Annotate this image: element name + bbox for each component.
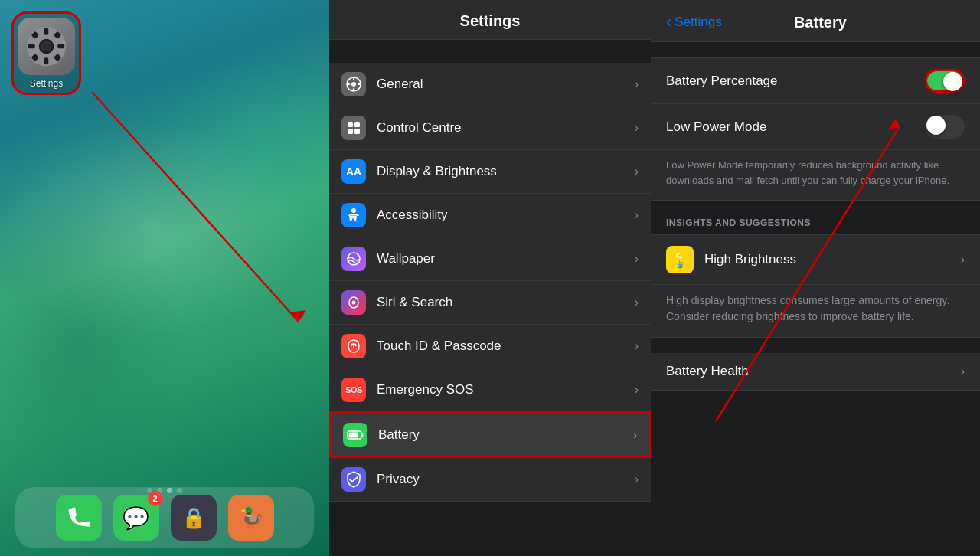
low-power-toggle-knob — [926, 116, 946, 135]
svg-rect-20 — [358, 83, 361, 85]
low-power-mode-toggle[interactable] — [925, 115, 965, 139]
battery-detail-content: Battery Percentage Low Power Mode Low Po… — [651, 42, 980, 556]
svg-rect-22 — [354, 122, 360, 127]
display-label: Display & Brightness — [377, 164, 635, 179]
settings-item-display[interactable]: AA Display & Brightness › — [329, 150, 651, 194]
display-icon: AA — [341, 159, 366, 184]
battery-detail-header: ‹ Settings Battery — [651, 0, 980, 42]
settings-item-general[interactable]: General › — [329, 63, 651, 106]
svg-point-28 — [352, 301, 356, 305]
high-brightness-chevron: › — [961, 253, 965, 267]
siri-icon — [341, 290, 366, 315]
battery-icon — [343, 423, 368, 447]
settings-list: General › Control Centre › AA Display & … — [329, 40, 651, 556]
dock: 💬 2 🔒 🦆 — [15, 487, 314, 548]
svg-rect-19 — [347, 83, 350, 85]
svg-rect-21 — [348, 122, 353, 127]
svg-rect-3 — [44, 28, 49, 35]
accessibility-chevron: › — [635, 208, 639, 222]
battery-percentage-toggle[interactable] — [925, 69, 965, 93]
battery-health-row[interactable]: Battery Health › — [651, 338, 980, 391]
privacy-chevron: › — [635, 473, 639, 486]
settings-item-battery[interactable]: Battery › — [329, 412, 651, 458]
back-button[interactable]: ‹ Settings — [666, 12, 722, 32]
insights-header: INSIGHTS AND SUGGESTIONS — [651, 201, 980, 234]
back-chevron-icon: ‹ — [666, 12, 671, 32]
settings-item-sos[interactable]: SOS Emergency SOS › — [329, 368, 651, 412]
battery-health-label: Battery Health — [666, 364, 961, 379]
settings-app-icon-container[interactable]: Settings — [11, 11, 81, 95]
svg-rect-24 — [354, 129, 360, 134]
settings-panel: Settings General › — [329, 0, 651, 556]
wallpaper-label: Wallpaper — [377, 251, 635, 267]
toggle-knob — [943, 72, 962, 91]
low-power-mode-row: Low Power Mode — [651, 104, 980, 150]
accessibility-icon — [341, 203, 366, 227]
high-brightness-description: High display brightness consumes large a… — [651, 285, 980, 338]
touchid-icon — [341, 334, 366, 358]
home-screen: Settings 💬 2 🔒 🦆 — [0, 0, 329, 556]
settings-app-label: Settings — [30, 78, 63, 89]
privacy-icon — [341, 467, 366, 492]
dock-secure-icon[interactable]: 🔒 — [171, 495, 217, 541]
battery-detail-title: Battery — [722, 14, 919, 31]
svg-rect-4 — [44, 57, 49, 64]
general-label: General — [377, 77, 635, 92]
svg-rect-30 — [361, 433, 364, 437]
settings-item-accessibility[interactable]: Accessibility › — [329, 194, 651, 237]
dock-duck-icon[interactable]: 🦆 — [228, 495, 274, 541]
wallpaper-icon — [341, 247, 366, 271]
high-brightness-icon: 💡 — [666, 246, 694, 273]
high-brightness-desc-text: High display brightness consumes large a… — [666, 294, 949, 322]
dock-phone-icon[interactable] — [56, 495, 102, 541]
settings-item-touchid[interactable]: Touch ID & Passcode › — [329, 325, 651, 368]
svg-rect-17 — [353, 77, 354, 80]
control-centre-label: Control Centre — [377, 120, 635, 136]
svg-rect-23 — [348, 129, 353, 134]
display-chevron: › — [635, 165, 639, 178]
siri-label: Siri & Search — [377, 295, 635, 310]
general-chevron: › — [635, 77, 639, 91]
settings-item-privacy[interactable]: Privacy › — [329, 458, 651, 502]
svg-rect-31 — [349, 433, 358, 438]
sos-label: Emergency SOS — [377, 382, 635, 397]
high-brightness-row[interactable]: 💡 High Brightness › — [651, 234, 980, 285]
wallpaper-chevron: › — [635, 252, 639, 266]
touchid-label: Touch ID & Passcode — [377, 339, 635, 354]
messages-badge: 2 — [148, 491, 163, 506]
sos-icon: SOS — [341, 378, 366, 402]
battery-chevron: › — [633, 428, 637, 442]
spacer-top — [329, 40, 651, 63]
settings-item-wallpaper[interactable]: Wallpaper › — [329, 237, 651, 281]
general-icon — [341, 72, 366, 96]
control-centre-icon — [341, 116, 366, 140]
gear-icon — [25, 25, 67, 67]
svg-rect-5 — [28, 44, 35, 49]
svg-point-25 — [351, 208, 356, 213]
svg-rect-6 — [57, 44, 64, 49]
battery-percentage-label: Battery Percentage — [666, 74, 925, 89]
phone-icon — [67, 505, 91, 530]
settings-title: Settings — [460, 12, 521, 29]
back-label: Settings — [675, 15, 721, 30]
siri-chevron: › — [635, 296, 639, 309]
dock-messages-icon[interactable]: 💬 2 — [113, 495, 159, 541]
control-centre-chevron: › — [635, 121, 639, 135]
sos-chevron: › — [635, 383, 639, 397]
low-power-desc-text: Low Power Mode temporarily reduces backg… — [666, 159, 949, 186]
settings-item-siri[interactable]: Siri & Search › — [329, 281, 651, 325]
svg-point-16 — [351, 82, 356, 87]
privacy-label: Privacy — [377, 472, 635, 487]
settings-app-icon[interactable] — [18, 18, 75, 75]
accessibility-label: Accessibility — [377, 208, 635, 223]
svg-rect-18 — [353, 88, 354, 91]
high-brightness-label: High Brightness — [704, 252, 961, 267]
battery-panel: ‹ Settings Battery Battery Percentage Lo… — [651, 0, 980, 556]
settings-header: Settings — [329, 0, 651, 40]
battery-percentage-row: Battery Percentage — [651, 57, 980, 104]
touchid-chevron: › — [635, 339, 639, 353]
svg-point-12 — [42, 42, 51, 51]
battery-health-chevron: › — [961, 365, 965, 378]
settings-item-control-centre[interactable]: Control Centre › — [329, 106, 651, 150]
low-power-description: Low Power Mode temporarily reduces backg… — [651, 150, 980, 201]
